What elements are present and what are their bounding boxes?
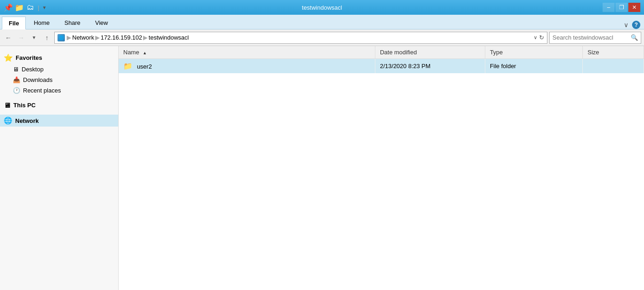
path-arrow-0: ▶	[67, 34, 71, 41]
up-button[interactable]: ↑	[41, 32, 52, 43]
downloads-icon: 📥	[13, 76, 20, 83]
cell-type: File folder	[485, 59, 582, 74]
recent-places-icon: 🕐	[13, 87, 20, 94]
path-icon: 🌐	[58, 34, 65, 41]
sidebar-section-favorites: ⭐ Favorites 🖥 Desktop 📥 Downloads 🕐 Rece…	[0, 50, 118, 98]
tab-home[interactable]: Home	[27, 16, 57, 29]
desktop-label: Desktop	[22, 66, 44, 73]
minimize-button[interactable]: –	[603, 3, 615, 12]
title-bar: 📌 📁 🗂 | ▼ testwindowsacl – ❐ ✕	[0, 0, 644, 15]
sidebar-section-this-pc: 🖥 This PC	[0, 98, 118, 113]
search-icon[interactable]: 🔍	[631, 34, 638, 41]
cell-date: 2/13/2020 8:23 PM	[375, 59, 485, 74]
close-button[interactable]: ✕	[628, 3, 640, 12]
forward-button: →	[16, 32, 27, 43]
path-network[interactable]: Network	[72, 34, 94, 41]
this-pc-label: This PC	[13, 102, 35, 109]
path-arrow-1: ▶	[95, 34, 100, 41]
dropdown-button[interactable]: ▼	[29, 32, 40, 43]
address-path: ▶ Network ▶ 172.16.159.102 ▶ testwindows…	[67, 34, 532, 41]
sidebar-header-this-pc[interactable]: 🖥 This PC	[0, 99, 118, 111]
tab-file[interactable]: File	[2, 17, 26, 29]
sidebar-item-recent-places[interactable]: 🕐 Recent places	[0, 85, 118, 96]
pin-icon[interactable]: 📌	[4, 3, 13, 12]
search-box[interactable]: 🔍	[549, 32, 641, 44]
tab-share[interactable]: Share	[58, 16, 87, 29]
sidebar-item-desktop[interactable]: 🖥 Desktop	[0, 64, 118, 75]
cell-name: 📁 user2	[119, 59, 375, 74]
path-share[interactable]: testwindowsacl	[149, 34, 189, 41]
help-button[interactable]: ?	[632, 21, 640, 29]
search-input[interactable]	[552, 34, 631, 41]
downloads-label: Downloads	[23, 76, 52, 83]
ribbon-tabs: File Home Share View ∨ ?	[0, 15, 644, 29]
sort-arrow-up: ▲	[143, 51, 147, 55]
sidebar-section-network: 🌐 Network	[0, 113, 118, 128]
content-pane: Name ▲ Date modified Type Size	[119, 46, 644, 290]
sidebar: ⭐ Favorites 🖥 Desktop 📥 Downloads 🕐 Rece…	[0, 46, 119, 290]
file-list-table: Name ▲ Date modified Type Size	[119, 46, 644, 73]
toolbar-separator: |	[38, 4, 39, 11]
column-header-size[interactable]: Size	[583, 46, 644, 59]
tab-view[interactable]: View	[88, 16, 115, 29]
favorites-label: Favorites	[16, 54, 42, 61]
refresh-button[interactable]: ↻	[539, 34, 544, 41]
network-icon: 🌐	[4, 116, 12, 125]
main-area: ⭐ Favorites 🖥 Desktop 📥 Downloads 🕐 Rece…	[0, 46, 644, 290]
address-box[interactable]: 🌐 ▶ Network ▶ 172.16.159.102 ▶ testwindo…	[54, 32, 547, 44]
network-label: Network	[15, 117, 39, 124]
sidebar-item-network[interactable]: 🌐 Network	[0, 115, 118, 127]
sidebar-item-downloads[interactable]: 📥 Downloads	[0, 75, 118, 85]
sidebar-header-favorites[interactable]: ⭐ Favorites	[0, 52, 118, 64]
recent-places-label: Recent places	[23, 87, 61, 94]
window-title: testwindowsacl	[302, 4, 342, 11]
restore-button[interactable]: ❐	[615, 3, 627, 12]
this-pc-icon: 🖥	[4, 101, 11, 109]
column-header-type[interactable]: Type	[485, 46, 582, 59]
favorites-icon: ⭐	[4, 53, 13, 62]
new-folder-icon[interactable]: 📁	[15, 3, 24, 12]
ribbon-collapse-button[interactable]: ∨	[624, 21, 628, 29]
window-controls: – ❐ ✕	[603, 3, 640, 12]
folder-icon: 📁	[123, 62, 132, 70]
desktop-icon: 🖥	[13, 66, 19, 73]
column-header-date[interactable]: Date modified	[375, 46, 485, 59]
column-header-name[interactable]: Name ▲	[119, 46, 375, 59]
table-row[interactable]: 📁 user2 2/13/2020 8:23 PM File folder	[119, 59, 644, 74]
path-ip[interactable]: 172.16.159.102	[101, 34, 142, 41]
table-header-row: Name ▲ Date modified Type Size	[119, 46, 644, 59]
toolbar-dropdown[interactable]: ▼	[42, 5, 46, 10]
path-arrow-2: ▶	[143, 34, 148, 41]
address-bar: ← → ▼ ↑ 🌐 ▶ Network ▶ 172.16.159.102 ▶ t…	[0, 29, 644, 46]
cell-size	[583, 59, 644, 74]
back-button[interactable]: ←	[3, 32, 14, 43]
properties-icon[interactable]: 🗂	[26, 3, 35, 12]
address-dropdown-arrow[interactable]: ∨	[534, 35, 537, 41]
quick-access-toolbar: 📌 📁 🗂 | ▼	[4, 3, 46, 12]
